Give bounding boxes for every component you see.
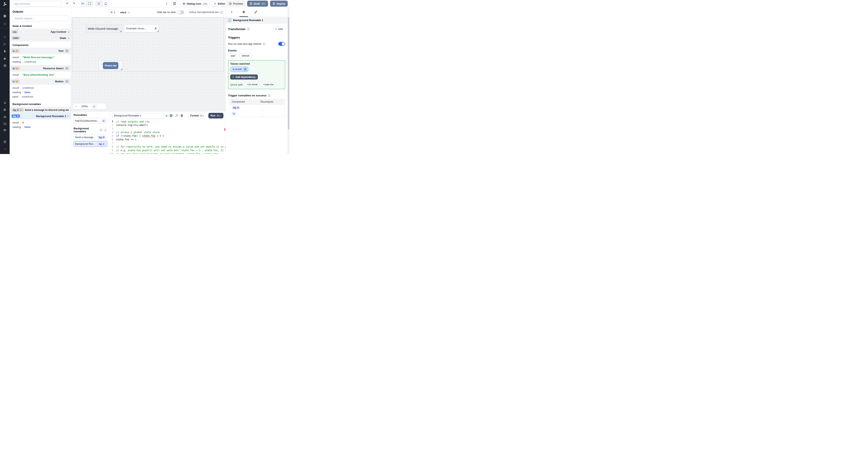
runnable-item-bg1-selected[interactable]: Background Run... bg_1 [73, 141, 107, 147]
button-component-container[interactable]: Press me [99, 61, 123, 70]
pointer-hand-icon: ☝ [15, 50, 18, 52]
zoom-out-button[interactable]: − [75, 105, 81, 108]
info-icon[interactable]: i [263, 42, 266, 45]
tab-insert-plus[interactable]: + [226, 7, 238, 16]
docs-book-button[interactable] [171, 1, 178, 7]
prop-value: undefined [22, 95, 33, 98]
ai-wand-icon[interactable] [175, 114, 178, 118]
code-line: 1// read outputs and ctx [110, 120, 225, 123]
chevron-down-icon[interactable] [67, 37, 69, 39]
remove-watched-icon[interactable]: ✕ [243, 67, 247, 71]
state-row[interactable]: state State [10, 35, 71, 41]
component-row-b[interactable]: b☝ Resource Select [10, 65, 71, 71]
audit-eye-icon[interactable] [0, 128, 10, 132]
event-chip-start[interactable]: start [228, 54, 238, 58]
resize-handle[interactable] [120, 31, 121, 32]
chevron-up-icon[interactable] [67, 115, 69, 117]
window-scrollbar[interactable] [287, 7, 289, 154]
tab-preview[interactable]: Preview [227, 1, 245, 6]
center-align-button[interactable] [80, 1, 86, 6]
info-icon[interactable]: i [100, 129, 102, 131]
runnable-item-label: Background Run... [75, 142, 96, 145]
resize-handle[interactable] [157, 30, 158, 32]
search-outputs-input[interactable] [12, 15, 68, 21]
resize-handle[interactable] [121, 68, 122, 70]
watched-value-chip[interactable]: b.result ✕ [230, 67, 248, 72]
refresh-count-button[interactable]: ↻ 1 [108, 9, 117, 15]
windmill-logo-icon[interactable] [0, 2, 10, 7]
code-area[interactable]: 1// read outputs and ctx 2console.log(ct… [110, 120, 225, 154]
resources-cubes-icon[interactable]: ❖ [0, 57, 10, 61]
event-chip-refresh[interactable]: refresh [239, 54, 252, 58]
hide-bar-toggle[interactable] [178, 10, 184, 14]
delete-trash-icon[interactable] [180, 114, 183, 117]
undo-icon[interactable]: ↶ [64, 1, 70, 6]
triggers-heading: Triggers [228, 36, 285, 39]
author-label: Author henri@windmill.dev [189, 11, 219, 14]
star-icon[interactable]: ☆ [0, 22, 10, 26]
info-icon[interactable]: i [268, 94, 271, 97]
fullscreen-icon[interactable] [86, 1, 93, 6]
workers-robot-icon[interactable] [0, 115, 10, 119]
zoom-in-button[interactable]: + [92, 104, 97, 109]
state-badge: state [12, 36, 20, 39]
mobile-icon[interactable] [96, 1, 102, 6]
quick-add-ctx-email[interactable]: +ctx.email [245, 82, 259, 87]
bg0-row[interactable]: bg_0☝ Send a message to discord using we… [10, 107, 71, 113]
apps-grid-icon[interactable]: ▦ [0, 14, 10, 18]
info-icon[interactable]: i [247, 28, 250, 30]
deploy-button[interactable]: Deploy [270, 1, 288, 7]
collapse-button[interactable] [65, 80, 69, 83]
press-me-button[interactable]: Press me [103, 62, 118, 69]
format-button[interactable]: Format ⌘S [188, 113, 206, 119]
chevron-down-icon[interactable] [67, 31, 69, 33]
schedules-calendar-icon[interactable] [0, 64, 10, 67]
settings-gear-icon[interactable]: ⚙ [0, 108, 10, 112]
ctx-label: App Context [51, 30, 66, 33]
run-on-start-toggle[interactable] [278, 42, 285, 46]
tab-editor[interactable]: Editor [212, 1, 227, 6]
center-area: ↻ 1 once Hide bar on view Author henri@w… [71, 7, 225, 154]
component-row-a[interactable]: a☝ Text [10, 48, 71, 54]
component-c-id: c [13, 80, 14, 83]
ctx-row[interactable]: ctx App Context [10, 29, 71, 35]
app-summary-input[interactable] [12, 1, 62, 6]
add-dependency-button[interactable]: +Add dependency [230, 74, 258, 79]
run-button[interactable]: Run ⌘↵ [208, 113, 223, 119]
info-icon[interactable]: i [220, 11, 223, 14]
draft-shortcut: ⌘S [261, 2, 266, 5]
text-component[interactable]: Write Discord message: [86, 25, 122, 32]
draft-button[interactable]: Draft ⌘S [247, 1, 268, 7]
cache-db-icon[interactable] [169, 114, 173, 118]
events-heading: Events [228, 49, 285, 52]
refresh-count: 1 [114, 11, 115, 14]
tab-connections-diamond[interactable]: ❖ [238, 7, 250, 16]
add-bg-runnable-button[interactable]: + [103, 128, 107, 132]
bg1-row[interactable]: bg_1 Background Runnable 1 [10, 113, 71, 119]
desktop-icon[interactable] [102, 1, 109, 6]
runnable-item[interactable]: hub/1511/discord/se... c [73, 118, 107, 124]
redo-icon[interactable]: ↷ [70, 1, 77, 6]
resource-select-component[interactable]: Example resou... ✕ [124, 25, 159, 32]
run-on-start-label: Run on start and app refresh [228, 42, 261, 45]
runnable-name-input[interactable] [112, 113, 163, 119]
user-icon[interactable] [0, 101, 10, 105]
app-canvas[interactable]: Write Discord message: Example resou... … [71, 17, 225, 111]
quick-add-state-foo[interactable]: +state.foo [261, 82, 276, 87]
runnable-item-bg0[interactable]: Send a message... bg_0 [73, 134, 107, 140]
collapse-arrow-icon[interactable]: → [0, 147, 10, 151]
frequency-dropdown[interactable]: once [120, 11, 129, 14]
tab-style-brush[interactable] [250, 7, 262, 16]
help-icon[interactable] [0, 140, 10, 143]
add-transformer-button[interactable]: +Add [273, 26, 285, 32]
folder-icon[interactable] [0, 122, 10, 126]
debug-runs-button[interactable]: Debug runs (26) [180, 1, 210, 7]
collapse-button[interactable] [65, 67, 69, 70]
scrollbar-thumb[interactable] [288, 17, 289, 130]
more-menu-icon[interactable]: ⋮ [164, 2, 169, 6]
collapse-button[interactable] [65, 49, 69, 53]
home-icon[interactable]: ⌂ [0, 35, 10, 38]
component-row-c[interactable]: c☝ Button [10, 78, 71, 85]
runs-play-icon[interactable]: ▷ [0, 42, 10, 46]
variables-dollar-icon[interactable]: $ [0, 50, 10, 53]
